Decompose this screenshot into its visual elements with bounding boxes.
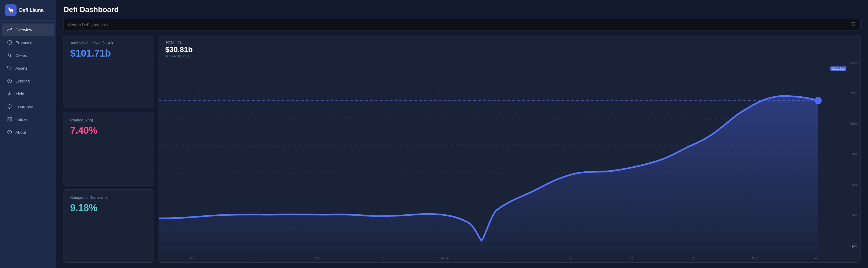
sidebar-item-label-yield: Yield: [16, 92, 24, 96]
chart-forward-button[interactable]: ▶: [849, 242, 857, 250]
sidebar-item-label-overview: Overview: [16, 28, 32, 32]
tvl-value: $101.71b: [70, 48, 148, 59]
trend-up-icon: [7, 27, 12, 32]
x-label-1: 15日: [252, 256, 258, 260]
sidebar-item-label-assets: Assets: [16, 66, 28, 70]
swap-icon: [7, 53, 12, 58]
svg-point-0: [8, 40, 12, 44]
sidebar-title: Defi Llama: [19, 7, 43, 13]
main-content: Defi Dashboard Total Value Locked (USD) …: [56, 0, 868, 268]
chart-current-badge: $101.71b: [830, 66, 846, 71]
x-label-4: 2021年: [439, 256, 449, 260]
chart-header: Total TVL $30.81b January 10, 2021: [159, 35, 860, 61]
sidebar-item-dexes[interactable]: Dexes: [2, 49, 55, 61]
sidebar-item-label-protocols: Protocols: [16, 40, 32, 45]
sidebar-nav: Overview Protocols Dexes: [0, 21, 56, 268]
sidebar-item-label-lending: Lending: [16, 79, 30, 83]
sidebar-item-assets[interactable]: Assets: [2, 62, 55, 74]
sidebar-item-overview[interactable]: Overview: [2, 24, 55, 36]
sidebar-item-yield[interactable]: Yield: [2, 88, 55, 100]
stat-cards: Total Value Locked (USD) $101.71b Change…: [64, 35, 154, 263]
main-header: Defi Dashboard: [56, 0, 868, 35]
change-card: Change (24h) 7.40%: [64, 112, 154, 185]
change-value: 7.40%: [70, 125, 148, 136]
svg-rect-9: [8, 120, 9, 121]
search-input[interactable]: [68, 23, 848, 27]
chart-tvl-value: $30.81b: [165, 46, 854, 54]
chart-svg: [159, 64, 860, 255]
llama-icon: 🦙: [5, 4, 17, 16]
x-axis-labels: 11月 15日 12月 15日 2021年 15日 2月 15日 3月 15日 …: [159, 255, 860, 262]
dominance-card: Compound Dominance 9.18%: [64, 189, 154, 263]
info-circle-icon: [7, 129, 12, 135]
svg-point-14: [852, 22, 855, 25]
x-label-9: 15日: [752, 256, 758, 260]
content-area: Total Value Locked (USD) $101.71b Change…: [56, 35, 868, 268]
svg-rect-8: [10, 117, 11, 119]
sidebar-item-label-dexes: Dexes: [16, 53, 27, 58]
clock-icon: [7, 78, 12, 84]
svg-point-23: [815, 97, 822, 105]
sidebar-item-protocols[interactable]: Protocols: [2, 36, 55, 49]
dominance-value: 9.18%: [70, 202, 148, 213]
sidebar-item-label-about: About: [16, 130, 26, 135]
x-label-8: 3月: [691, 256, 695, 260]
svg-point-1: [9, 42, 10, 43]
sidebar-item-lending[interactable]: Lending: [2, 75, 55, 87]
tag-icon: [7, 65, 12, 71]
x-label-6: 2月: [568, 256, 572, 260]
circle-dot-icon: [7, 40, 12, 45]
chart-panel: Total TVL $30.81b January 10, 2021: [159, 35, 861, 263]
bar-chart-icon: [7, 91, 12, 96]
dominance-label: Compound Dominance: [70, 196, 148, 200]
grid-icon: [7, 117, 12, 122]
sidebar-logo: 🦙 Defi Llama: [0, 0, 56, 21]
sidebar: 🦙 Defi Llama Overview Protocols: [0, 0, 56, 268]
page-title: Defi Dashboard: [64, 5, 861, 14]
search-bar: [64, 19, 861, 30]
chart-tvl-label: Total TVL: [165, 40, 854, 44]
shield-icon: [7, 104, 12, 109]
x-label-7: 15日: [628, 256, 634, 260]
x-label-0: 11月: [189, 256, 196, 260]
chart-body: $140b $120b $100b $80b $60b $40b $20b $1…: [159, 61, 860, 255]
sidebar-item-label-indexes: Indexes: [16, 117, 30, 122]
svg-rect-10: [10, 120, 11, 121]
chart-tvl-date: January 10, 2021: [165, 55, 854, 58]
x-label-3: 15日: [377, 256, 383, 260]
svg-line-15: [855, 25, 855, 26]
sidebar-item-insurance[interactable]: Insurance: [2, 100, 55, 113]
tvl-label: Total Value Locked (USD): [70, 41, 148, 45]
x-label-10: 4月: [814, 256, 818, 260]
change-label: Change (24h): [70, 118, 148, 122]
x-label-2: 12月: [314, 256, 320, 260]
sidebar-item-indexes[interactable]: Indexes: [2, 113, 55, 125]
svg-rect-7: [8, 117, 9, 119]
tvl-card: Total Value Locked (USD) $101.71b: [64, 35, 154, 108]
search-icon: [851, 22, 856, 28]
sidebar-item-about[interactable]: About: [2, 126, 55, 138]
sidebar-item-label-insurance: Insurance: [16, 105, 33, 109]
x-label-5: 15日: [505, 256, 512, 260]
